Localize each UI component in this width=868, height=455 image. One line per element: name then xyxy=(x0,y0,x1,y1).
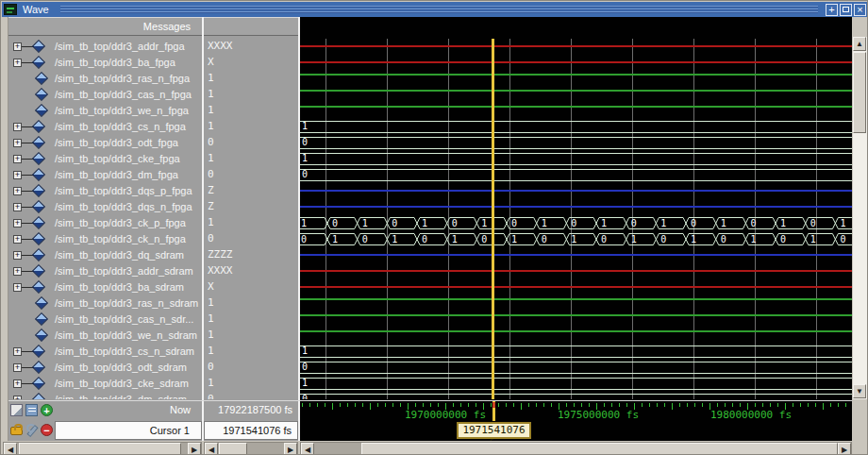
expand-icon[interactable]: + xyxy=(13,203,22,211)
signal-row[interactable]: /sim_tb_top/ddr3_ras_n_sdram xyxy=(8,295,202,312)
waveform-row[interactable]: 0 xyxy=(300,167,852,183)
expand-icon[interactable]: + xyxy=(13,379,22,388)
wave-hscrollbar[interactable]: ◀ ▶ xyxy=(300,442,852,455)
signal-row[interactable]: +/sim_tb_top/ddr3_cs_n_sdram xyxy=(8,344,202,360)
signal-row[interactable]: +/sim_tb_top/ddr3_ck_n_fpga xyxy=(8,231,202,247)
page-icon[interactable] xyxy=(10,404,23,416)
expand-icon[interactable]: + xyxy=(13,363,22,372)
signal-row[interactable]: +/sim_tb_top/ddr3_dqs_p_fpga xyxy=(8,183,202,199)
waveform-row[interactable] xyxy=(300,87,852,103)
add-cursor-icon[interactable]: + xyxy=(41,404,53,416)
expand-icon[interactable]: + xyxy=(13,155,22,163)
waveform-row[interactable] xyxy=(300,263,852,279)
waveform-row[interactable]: 0 xyxy=(300,135,852,151)
scroll-thumb[interactable] xyxy=(219,443,247,455)
signal-row[interactable]: +/sim_tb_top/ddr3_cke_fpga xyxy=(8,151,202,167)
signal-row[interactable]: +/sim_tb_top/ddr3_ba_fpga xyxy=(8,55,202,71)
time-cursor-line[interactable] xyxy=(492,39,494,399)
waveform-row[interactable] xyxy=(300,312,852,328)
waveform-row[interactable]: 0 xyxy=(300,392,852,399)
expand-icon[interactable]: + xyxy=(13,283,22,292)
waveform-canvas[interactable]: 1010101010101010101010101010101010101010… xyxy=(300,17,852,400)
waveform-row[interactable] xyxy=(300,103,852,119)
wrench-icon[interactable] xyxy=(25,424,38,436)
waveform-row[interactable]: 0101010101010101010 xyxy=(300,231,852,247)
signal-row[interactable]: +/sim_tb_top/ddr3_addr_fpga xyxy=(8,39,202,55)
waveform-row[interactable]: 0 xyxy=(300,360,852,376)
signal-row[interactable]: +/sim_tb_top/ddr3_dq_sdram xyxy=(8,247,202,263)
waveform-row[interactable] xyxy=(300,279,852,295)
signal-name: /sim_tb_top/ddr3_dm_sdram xyxy=(55,394,187,399)
values-column-header[interactable] xyxy=(204,17,298,36)
titlebar-grip[interactable] xyxy=(60,6,818,14)
timeline-ruler[interactable]: 1970000000 fs1975000000 fs1980000000 fs xyxy=(300,401,852,421)
signal-row[interactable]: /sim_tb_top/ddr3_we_n_sdram xyxy=(8,328,202,344)
signal-row[interactable]: +/sim_tb_top/ddr3_ba_sdram xyxy=(8,279,202,295)
cursor-value-field[interactable]: 1971541076 fs xyxy=(204,421,298,440)
scroll-left-icon[interactable]: ◀ xyxy=(301,443,314,455)
waveform-row[interactable] xyxy=(300,199,852,215)
expand-icon[interactable]: + xyxy=(13,235,22,244)
signal-row[interactable]: /sim_tb_top/ddr3_we_n_fpga xyxy=(8,103,202,119)
waveform-row[interactable] xyxy=(300,71,852,87)
waveform-row[interactable]: 1 xyxy=(300,151,852,167)
values-hscrollbar[interactable]: ◀ ▶ xyxy=(204,442,298,455)
scroll-thumb[interactable] xyxy=(853,52,866,133)
signal-row[interactable]: +/sim_tb_top/ddr3_odt_fpga xyxy=(8,135,202,151)
waveform-row[interactable]: 1010101010101010101 xyxy=(300,215,852,231)
waveform-row[interactable] xyxy=(300,183,852,199)
scroll-left-icon[interactable]: ◀ xyxy=(4,443,17,455)
scroll-thumb[interactable] xyxy=(19,443,181,455)
waveform-row[interactable] xyxy=(300,295,852,312)
scroll-left-icon[interactable]: ◀ xyxy=(205,443,218,455)
names-hscrollbar[interactable]: ◀ ▶ xyxy=(3,442,202,455)
signal-row[interactable]: +/sim_tb_top/ddr3_cs_n_fpga xyxy=(8,119,202,135)
signal-row[interactable]: +/sim_tb_top/ddr3_dm_fpga xyxy=(8,167,202,183)
signal-row[interactable]: +/sim_tb_top/ddr3_cke_sdram xyxy=(8,376,202,392)
scroll-right-icon[interactable]: ▶ xyxy=(188,443,201,455)
scroll-right-icon[interactable]: ▶ xyxy=(284,443,297,455)
expand-icon[interactable]: + xyxy=(13,42,22,51)
titlebar[interactable]: Wave + × xyxy=(2,2,868,17)
signal-row[interactable]: +/sim_tb_top/ddr3_ck_p_fpga xyxy=(8,215,202,231)
dock-button[interactable]: + xyxy=(826,4,838,16)
expand-icon[interactable]: + xyxy=(13,267,22,276)
svg-text:0: 0 xyxy=(810,218,816,228)
scroll-up-icon[interactable]: ▲ xyxy=(853,37,866,51)
restore-button[interactable] xyxy=(840,4,852,16)
scroll-thumb[interactable] xyxy=(361,443,838,455)
waveform-row[interactable] xyxy=(300,328,852,344)
waveform-row[interactable]: 1 xyxy=(300,344,852,360)
wave-vscrollbar[interactable]: ▲ ▼ xyxy=(853,37,868,399)
expand-icon[interactable]: + xyxy=(13,347,22,356)
signal-row[interactable]: /sim_tb_top/ddr3_ras_n_fpga xyxy=(8,71,202,87)
signal-row[interactable]: /sim_tb_top/ddr3_cas_n_fpga xyxy=(8,87,202,103)
scroll-down-icon[interactable]: ▼ xyxy=(853,384,866,398)
expand-icon[interactable]: + xyxy=(13,251,22,260)
expand-icon[interactable]: + xyxy=(13,123,22,131)
cursor-name-field[interactable]: Cursor 1 xyxy=(55,421,202,440)
expand-icon[interactable]: + xyxy=(13,219,22,228)
signal-row[interactable]: /sim_tb_top/ddr3_cas_n_sdr... xyxy=(8,312,202,328)
waveform-row[interactable]: 1 xyxy=(300,376,852,392)
signal-row[interactable]: +/sim_tb_top/ddr3_dqs_n_fpga xyxy=(8,199,202,215)
delete-cursor-icon[interactable]: − xyxy=(41,424,53,436)
signal-row[interactable]: +/sim_tb_top/ddr3_odt_sdram xyxy=(8,360,202,376)
signal-row[interactable]: +/sim_tb_top/ddr3_dm_sdram xyxy=(8,392,202,399)
note-icon[interactable] xyxy=(25,404,38,416)
expand-icon[interactable]: + xyxy=(13,59,22,67)
waveform-row[interactable] xyxy=(300,39,852,55)
waveform-row[interactable] xyxy=(300,55,852,71)
messages-column-header[interactable]: Messages xyxy=(8,17,202,36)
expand-icon[interactable]: + xyxy=(13,187,22,195)
scroll-right-icon[interactable]: ▶ xyxy=(838,443,851,455)
waveform-row[interactable] xyxy=(300,247,852,263)
signal-row[interactable]: +/sim_tb_top/ddr3_addr_sdram xyxy=(8,263,202,279)
lock-icon[interactable] xyxy=(10,427,23,435)
signal-name: /sim_tb_top/ddr3_cas_n_fpga xyxy=(55,89,192,100)
expand-icon[interactable]: + xyxy=(13,139,22,147)
expand-icon[interactable]: + xyxy=(13,171,22,179)
expand-icon[interactable]: + xyxy=(13,396,22,399)
waveform-row[interactable]: 1 xyxy=(300,119,852,135)
close-button[interactable]: × xyxy=(854,4,866,16)
